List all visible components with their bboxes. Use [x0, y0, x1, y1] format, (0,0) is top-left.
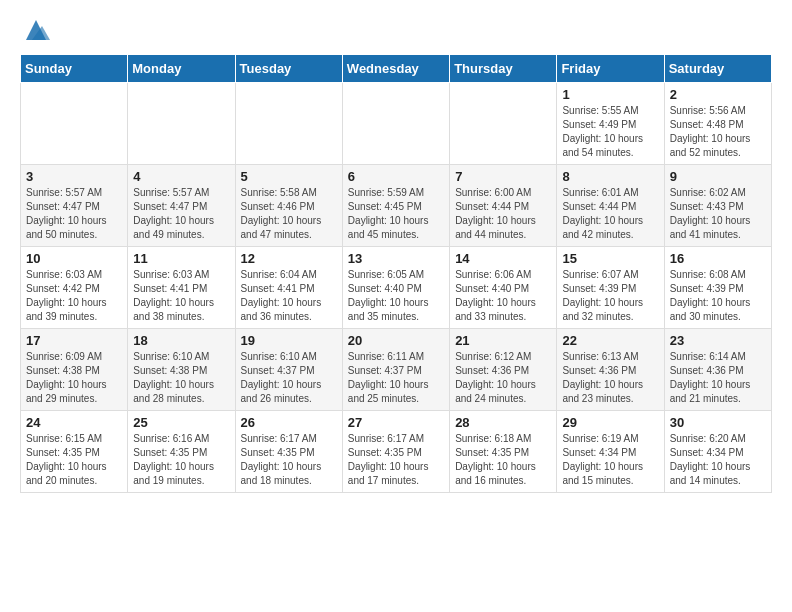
day-number: 30	[670, 415, 766, 430]
day-info: Sunrise: 6:04 AM Sunset: 4:41 PM Dayligh…	[241, 268, 337, 324]
calendar-week-row: 10Sunrise: 6:03 AM Sunset: 4:42 PM Dayli…	[21, 247, 772, 329]
calendar-cell: 27Sunrise: 6:17 AM Sunset: 4:35 PM Dayli…	[342, 411, 449, 493]
day-number: 21	[455, 333, 551, 348]
calendar-week-row: 3Sunrise: 5:57 AM Sunset: 4:47 PM Daylig…	[21, 165, 772, 247]
calendar-cell: 14Sunrise: 6:06 AM Sunset: 4:40 PM Dayli…	[450, 247, 557, 329]
calendar-cell	[450, 83, 557, 165]
calendar-cell: 28Sunrise: 6:18 AM Sunset: 4:35 PM Dayli…	[450, 411, 557, 493]
calendar-cell: 4Sunrise: 5:57 AM Sunset: 4:47 PM Daylig…	[128, 165, 235, 247]
day-info: Sunrise: 6:02 AM Sunset: 4:43 PM Dayligh…	[670, 186, 766, 242]
calendar-cell: 11Sunrise: 6:03 AM Sunset: 4:41 PM Dayli…	[128, 247, 235, 329]
day-number: 8	[562, 169, 658, 184]
calendar-cell: 6Sunrise: 5:59 AM Sunset: 4:45 PM Daylig…	[342, 165, 449, 247]
calendar-cell: 19Sunrise: 6:10 AM Sunset: 4:37 PM Dayli…	[235, 329, 342, 411]
day-info: Sunrise: 6:06 AM Sunset: 4:40 PM Dayligh…	[455, 268, 551, 324]
calendar-cell: 30Sunrise: 6:20 AM Sunset: 4:34 PM Dayli…	[664, 411, 771, 493]
day-info: Sunrise: 6:19 AM Sunset: 4:34 PM Dayligh…	[562, 432, 658, 488]
day-number: 2	[670, 87, 766, 102]
day-number: 26	[241, 415, 337, 430]
calendar-cell: 17Sunrise: 6:09 AM Sunset: 4:38 PM Dayli…	[21, 329, 128, 411]
page: SundayMondayTuesdayWednesdayThursdayFrid…	[0, 0, 792, 612]
calendar-cell: 25Sunrise: 6:16 AM Sunset: 4:35 PM Dayli…	[128, 411, 235, 493]
day-info: Sunrise: 6:18 AM Sunset: 4:35 PM Dayligh…	[455, 432, 551, 488]
calendar-cell: 2Sunrise: 5:56 AM Sunset: 4:48 PM Daylig…	[664, 83, 771, 165]
day-info: Sunrise: 6:10 AM Sunset: 4:37 PM Dayligh…	[241, 350, 337, 406]
calendar-cell: 23Sunrise: 6:14 AM Sunset: 4:36 PM Dayli…	[664, 329, 771, 411]
weekday-header-sunday: Sunday	[21, 55, 128, 83]
weekday-header-wednesday: Wednesday	[342, 55, 449, 83]
day-number: 25	[133, 415, 229, 430]
day-number: 9	[670, 169, 766, 184]
logo-icon	[22, 16, 50, 44]
day-number: 15	[562, 251, 658, 266]
day-info: Sunrise: 6:00 AM Sunset: 4:44 PM Dayligh…	[455, 186, 551, 242]
calendar-cell	[21, 83, 128, 165]
calendar-cell: 16Sunrise: 6:08 AM Sunset: 4:39 PM Dayli…	[664, 247, 771, 329]
day-number: 24	[26, 415, 122, 430]
calendar-cell: 24Sunrise: 6:15 AM Sunset: 4:35 PM Dayli…	[21, 411, 128, 493]
day-number: 4	[133, 169, 229, 184]
day-number: 1	[562, 87, 658, 102]
day-info: Sunrise: 6:13 AM Sunset: 4:36 PM Dayligh…	[562, 350, 658, 406]
calendar-cell: 21Sunrise: 6:12 AM Sunset: 4:36 PM Dayli…	[450, 329, 557, 411]
day-number: 10	[26, 251, 122, 266]
day-number: 17	[26, 333, 122, 348]
day-number: 13	[348, 251, 444, 266]
day-number: 20	[348, 333, 444, 348]
day-number: 11	[133, 251, 229, 266]
day-number: 23	[670, 333, 766, 348]
calendar-cell: 1Sunrise: 5:55 AM Sunset: 4:49 PM Daylig…	[557, 83, 664, 165]
day-info: Sunrise: 6:16 AM Sunset: 4:35 PM Dayligh…	[133, 432, 229, 488]
calendar-table: SundayMondayTuesdayWednesdayThursdayFrid…	[20, 54, 772, 493]
day-info: Sunrise: 5:58 AM Sunset: 4:46 PM Dayligh…	[241, 186, 337, 242]
weekday-header-saturday: Saturday	[664, 55, 771, 83]
calendar-cell: 20Sunrise: 6:11 AM Sunset: 4:37 PM Dayli…	[342, 329, 449, 411]
day-number: 14	[455, 251, 551, 266]
day-info: Sunrise: 6:12 AM Sunset: 4:36 PM Dayligh…	[455, 350, 551, 406]
day-info: Sunrise: 6:09 AM Sunset: 4:38 PM Dayligh…	[26, 350, 122, 406]
day-number: 5	[241, 169, 337, 184]
weekday-header-friday: Friday	[557, 55, 664, 83]
calendar-cell: 10Sunrise: 6:03 AM Sunset: 4:42 PM Dayli…	[21, 247, 128, 329]
day-info: Sunrise: 6:03 AM Sunset: 4:41 PM Dayligh…	[133, 268, 229, 324]
calendar-cell: 22Sunrise: 6:13 AM Sunset: 4:36 PM Dayli…	[557, 329, 664, 411]
day-info: Sunrise: 5:56 AM Sunset: 4:48 PM Dayligh…	[670, 104, 766, 160]
weekday-header-row: SundayMondayTuesdayWednesdayThursdayFrid…	[21, 55, 772, 83]
day-number: 18	[133, 333, 229, 348]
calendar-cell: 29Sunrise: 6:19 AM Sunset: 4:34 PM Dayli…	[557, 411, 664, 493]
calendar-cell: 9Sunrise: 6:02 AM Sunset: 4:43 PM Daylig…	[664, 165, 771, 247]
day-info: Sunrise: 6:14 AM Sunset: 4:36 PM Dayligh…	[670, 350, 766, 406]
weekday-header-monday: Monday	[128, 55, 235, 83]
calendar-cell: 15Sunrise: 6:07 AM Sunset: 4:39 PM Dayli…	[557, 247, 664, 329]
calendar-cell: 3Sunrise: 5:57 AM Sunset: 4:47 PM Daylig…	[21, 165, 128, 247]
calendar-cell: 12Sunrise: 6:04 AM Sunset: 4:41 PM Dayli…	[235, 247, 342, 329]
day-info: Sunrise: 6:20 AM Sunset: 4:34 PM Dayligh…	[670, 432, 766, 488]
day-number: 29	[562, 415, 658, 430]
day-info: Sunrise: 6:17 AM Sunset: 4:35 PM Dayligh…	[348, 432, 444, 488]
day-info: Sunrise: 6:01 AM Sunset: 4:44 PM Dayligh…	[562, 186, 658, 242]
day-info: Sunrise: 5:59 AM Sunset: 4:45 PM Dayligh…	[348, 186, 444, 242]
day-info: Sunrise: 6:08 AM Sunset: 4:39 PM Dayligh…	[670, 268, 766, 324]
calendar-cell	[235, 83, 342, 165]
day-info: Sunrise: 6:15 AM Sunset: 4:35 PM Dayligh…	[26, 432, 122, 488]
calendar-week-row: 24Sunrise: 6:15 AM Sunset: 4:35 PM Dayli…	[21, 411, 772, 493]
weekday-header-thursday: Thursday	[450, 55, 557, 83]
day-info: Sunrise: 5:55 AM Sunset: 4:49 PM Dayligh…	[562, 104, 658, 160]
day-info: Sunrise: 6:10 AM Sunset: 4:38 PM Dayligh…	[133, 350, 229, 406]
calendar-cell: 8Sunrise: 6:01 AM Sunset: 4:44 PM Daylig…	[557, 165, 664, 247]
day-info: Sunrise: 6:11 AM Sunset: 4:37 PM Dayligh…	[348, 350, 444, 406]
day-number: 19	[241, 333, 337, 348]
day-info: Sunrise: 5:57 AM Sunset: 4:47 PM Dayligh…	[26, 186, 122, 242]
day-info: Sunrise: 6:07 AM Sunset: 4:39 PM Dayligh…	[562, 268, 658, 324]
calendar-cell	[128, 83, 235, 165]
day-info: Sunrise: 6:17 AM Sunset: 4:35 PM Dayligh…	[241, 432, 337, 488]
calendar-week-row: 17Sunrise: 6:09 AM Sunset: 4:38 PM Dayli…	[21, 329, 772, 411]
calendar-week-row: 1Sunrise: 5:55 AM Sunset: 4:49 PM Daylig…	[21, 83, 772, 165]
calendar-cell: 13Sunrise: 6:05 AM Sunset: 4:40 PM Dayli…	[342, 247, 449, 329]
weekday-header-tuesday: Tuesday	[235, 55, 342, 83]
calendar-cell: 18Sunrise: 6:10 AM Sunset: 4:38 PM Dayli…	[128, 329, 235, 411]
logo	[20, 16, 50, 44]
day-number: 6	[348, 169, 444, 184]
day-info: Sunrise: 6:05 AM Sunset: 4:40 PM Dayligh…	[348, 268, 444, 324]
header	[20, 16, 772, 44]
